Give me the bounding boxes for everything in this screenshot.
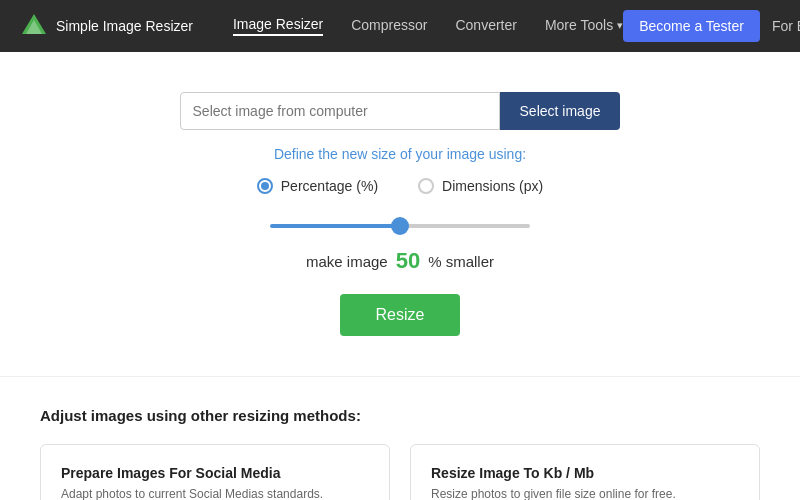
size-card-title: Resize Image To Kb / Mb [431, 465, 739, 481]
resize-button[interactable]: Resize [340, 294, 461, 336]
radio-dimensions-label: Dimensions (px) [442, 178, 543, 194]
radio-row: Percentage (%) Dimensions (px) [257, 178, 543, 194]
bottom-section: Adjust images using other resizing metho… [0, 376, 800, 500]
become-tester-button[interactable]: Become a Tester [623, 10, 760, 42]
nav-more-tools[interactable]: More Tools [545, 17, 623, 35]
for-business-button[interactable]: For Business [772, 18, 800, 34]
main-content: Select image Define the new size of your… [0, 52, 800, 366]
nav-links: Image Resizer Compressor Converter More … [233, 16, 623, 36]
size-card: Resize Image To Kb / Mb Resize photos to… [410, 444, 760, 500]
nav-image-resizer[interactable]: Image Resizer [233, 16, 323, 36]
slider-container [270, 214, 530, 232]
make-image-prefix: make image [306, 253, 388, 270]
upload-row: Select image [180, 92, 621, 130]
logo-icon [20, 12, 48, 40]
nav-converter[interactable]: Converter [455, 17, 516, 35]
bottom-title: Adjust images using other resizing metho… [40, 407, 760, 424]
resize-slider[interactable] [270, 224, 530, 228]
cards-row: Prepare Images For Social Media Adapt ph… [40, 444, 760, 500]
make-image-suffix: % smaller [428, 253, 494, 270]
brand-name: Simple Image Resizer [56, 18, 193, 34]
nav-compressor[interactable]: Compressor [351, 17, 427, 35]
size-card-desc: Resize photos to given file size online … [431, 487, 739, 500]
brand-logo: Simple Image Resizer [20, 12, 193, 40]
radio-percentage-label: Percentage (%) [281, 178, 378, 194]
social-card-desc: Adapt photos to current Social Medias st… [61, 487, 369, 500]
radio-percentage-circle [257, 178, 273, 194]
image-file-input[interactable] [180, 92, 500, 130]
radio-dimensions[interactable]: Dimensions (px) [418, 178, 543, 194]
radio-dimensions-circle [418, 178, 434, 194]
select-image-button[interactable]: Select image [500, 92, 621, 130]
navbar: Simple Image Resizer Image Resizer Compr… [0, 0, 800, 52]
radio-percentage[interactable]: Percentage (%) [257, 178, 378, 194]
make-image-row: make image 50 % smaller [306, 248, 494, 274]
percent-value: 50 [396, 248, 420, 274]
social-media-card: Prepare Images For Social Media Adapt ph… [40, 444, 390, 500]
nav-actions: Become a Tester For Business [623, 10, 800, 42]
social-card-title: Prepare Images For Social Media [61, 465, 369, 481]
define-size-text: Define the new size of your image using: [274, 146, 526, 162]
